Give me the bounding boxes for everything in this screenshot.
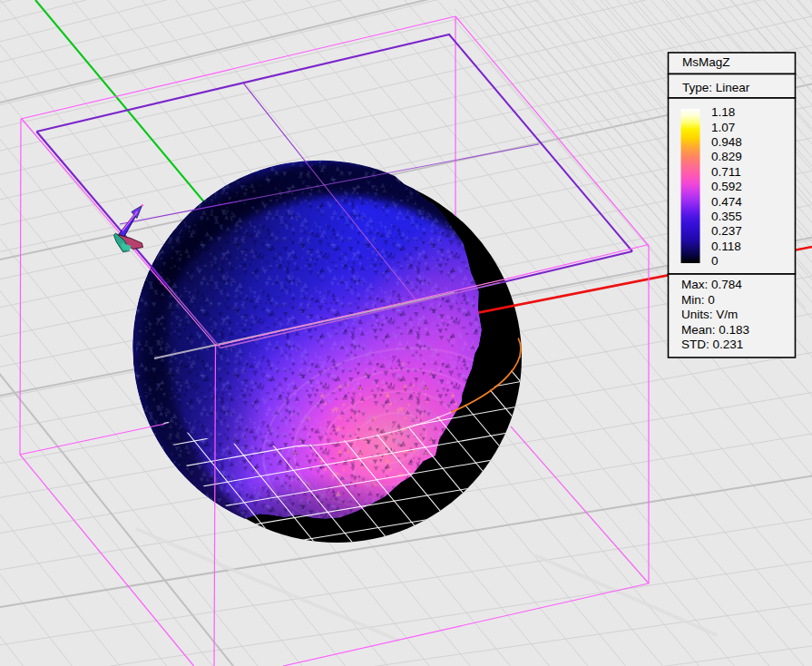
- svg-text:STD: 0.231: STD: 0.231: [681, 338, 743, 351]
- svg-text:Max: 0.784: Max: 0.784: [681, 278, 742, 291]
- svg-text:0: 0: [711, 254, 719, 268]
- svg-text:0.829: 0.829: [711, 150, 742, 163]
- svg-text:0.118: 0.118: [711, 240, 741, 253]
- svg-text:0.711: 0.711: [711, 165, 741, 179]
- svg-text:0.948: 0.948: [711, 135, 742, 149]
- svg-text:0.355: 0.355: [711, 210, 742, 223]
- svg-text:0.237: 0.237: [711, 224, 742, 238]
- svg-text:Type: Linear: Type: Linear: [682, 81, 750, 94]
- svg-text:1.18: 1.18: [711, 105, 735, 119]
- svg-text:MsMagZ: MsMagZ: [682, 55, 730, 69]
- svg-text:Min: 0: Min: 0: [681, 293, 715, 307]
- svg-text:Mean: 0.183: Mean: 0.183: [681, 323, 749, 337]
- svg-text:1.07: 1.07: [711, 121, 735, 134]
- svg-text:0.474: 0.474: [711, 195, 742, 209]
- svg-text:0.592: 0.592: [711, 180, 742, 193]
- svg-text:Units: V/m: Units: V/m: [681, 308, 738, 321]
